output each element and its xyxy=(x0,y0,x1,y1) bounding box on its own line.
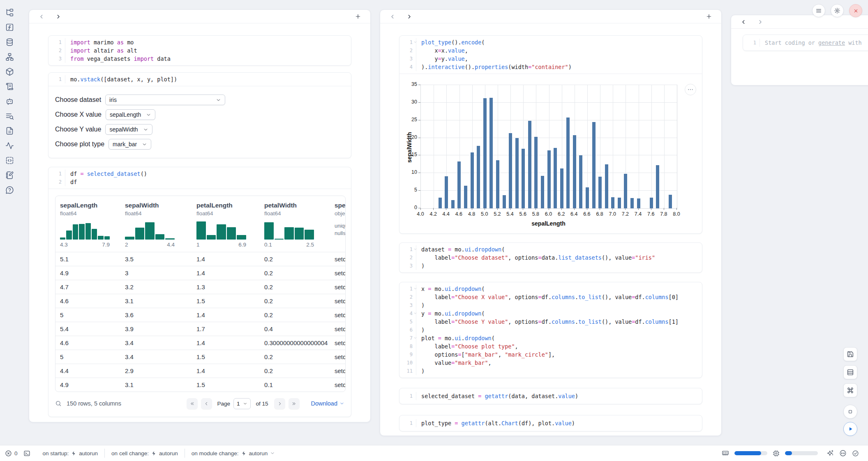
table-cell: 3.5 xyxy=(125,256,196,263)
segment-label: on startup: xyxy=(43,450,69,456)
column-header-petalLength[interactable]: petalLength float6416.9 xyxy=(196,202,264,248)
dropdown-choose-dataset[interactable]: iris xyxy=(105,95,225,105)
sidebar-item-tracing[interactable] xyxy=(0,138,19,153)
sidebar-item-packages[interactable] xyxy=(0,64,19,79)
table-cell: 1.5 xyxy=(196,297,264,304)
run-config-segment-1[interactable]: on startup: autorun xyxy=(36,449,105,458)
fold-chevron-icon[interactable] xyxy=(413,336,417,340)
panel-forward-button[interactable] xyxy=(404,12,414,21)
y-tick-label: 35 xyxy=(406,81,417,87)
column-header-sepalLength[interactable]: sepalLength float644.37.9 xyxy=(60,202,125,248)
sidebar-item-scratchpad[interactable] xyxy=(0,108,19,123)
page-select[interactable]: 1 xyxy=(233,398,251,409)
hist-bar xyxy=(165,238,175,240)
sidebar-item-documentation[interactable] xyxy=(0,123,19,138)
panel-back-button[interactable] xyxy=(37,12,46,21)
code-editor[interactable]: 1import marimo as mo2import altair as al… xyxy=(48,36,351,65)
error-indicator[interactable]: 0 xyxy=(5,450,18,457)
table-row: 4.73.21.30.2setosa xyxy=(55,280,346,294)
run-config-segments: on startup: autorunon cell change: autor… xyxy=(36,449,282,458)
panel-forward-button[interactable] xyxy=(755,17,765,27)
page-count-label: of 15 xyxy=(256,401,268,407)
hist-bar xyxy=(264,222,274,240)
control-row: Choose X value sepalLength xyxy=(55,107,351,122)
fold-chevron-icon[interactable] xyxy=(413,287,417,290)
fold-chevron-icon[interactable] xyxy=(413,40,417,44)
table-search-button[interactable] xyxy=(55,400,62,407)
code-editor[interactable]: 1x = mo.ui.dropdown(2 label="Choose X va… xyxy=(399,282,702,378)
sidebar-item-variables[interactable] xyxy=(0,20,19,35)
sidebar-item-file-explorer[interactable] xyxy=(0,5,19,20)
sidebar-item-logs[interactable] xyxy=(0,79,19,94)
altair-bar-chart: 4.04.24.44.64.85.05.25.45.65.86.06.26.46… xyxy=(399,74,702,233)
column-header-species[interactable]: species objectunique:nulls: xyxy=(335,202,346,248)
first-page-button[interactable] xyxy=(187,398,198,409)
chevron-down-icon xyxy=(270,451,275,456)
run-config-segment-3[interactable]: on module change: autorun xyxy=(185,449,282,458)
code-line: 3 y=y.value, xyxy=(399,55,702,63)
chevron-right-icon xyxy=(406,14,412,20)
last-page-button[interactable] xyxy=(289,398,300,409)
y-tick-label: 25 xyxy=(406,117,417,122)
prev-page-button[interactable] xyxy=(201,398,212,409)
connection-status-button[interactable] xyxy=(852,450,859,457)
sidebar-item-dependencies[interactable] xyxy=(0,49,19,64)
dropdown-choose-y-value[interactable]: sepalWidth xyxy=(105,124,152,135)
x-tick-label: 7.8 xyxy=(658,211,669,217)
add-cell-button[interactable] xyxy=(353,12,363,21)
function-square-icon xyxy=(5,23,14,32)
panel-layout-button[interactable] xyxy=(843,365,857,379)
code-editor[interactable]: 1dataset = mo.ui.dropdown(2 label="Choos… xyxy=(399,243,702,272)
sidebar-item-notebook[interactable] xyxy=(0,168,19,182)
code-editor[interactable]: 1plot_type().encode(2 x=x.value,3 y=y.va… xyxy=(399,36,702,74)
square-icon xyxy=(847,408,854,415)
table-cell: 5.1 xyxy=(60,256,125,263)
ai-assist-button[interactable] xyxy=(826,449,834,457)
sidebar-item-snippets[interactable] xyxy=(0,153,19,168)
save-button[interactable] xyxy=(843,347,857,361)
segment-value: autorun xyxy=(159,450,178,456)
panel-back-button[interactable] xyxy=(388,12,397,21)
app-view-button[interactable] xyxy=(843,405,857,419)
menu-button[interactable] xyxy=(812,4,825,17)
code-editor[interactable]: 1plot_type = getattr(alt.Chart(df), plot… xyxy=(399,415,702,431)
next-page-button[interactable] xyxy=(274,398,285,409)
code-editor[interactable]: 1mo.vstack([dataset, x, y, plot]) xyxy=(48,73,351,86)
sidebar-item-help[interactable] xyxy=(0,182,19,197)
sidebar-item-datasources[interactable] xyxy=(0,35,19,49)
close-panel-button[interactable] xyxy=(849,4,862,17)
bar xyxy=(515,138,519,208)
generate-link[interactable]: generate xyxy=(818,39,845,46)
column-header-petalWidth[interactable]: petalWidth float640.12.5 xyxy=(264,202,335,248)
add-cell-button[interactable] xyxy=(704,12,714,21)
chevron-down-icon xyxy=(146,112,151,118)
column-header-sepalWidth[interactable]: sepalWidth float6424.4 xyxy=(125,202,196,248)
settings-button[interactable] xyxy=(831,4,844,17)
terminal-button[interactable] xyxy=(23,450,30,457)
control-row: Choose dataset iris xyxy=(55,92,351,107)
bar xyxy=(650,198,653,208)
code-placeholder[interactable]: Start coding or generate with xyxy=(760,39,868,47)
dropdown-choose-plot-type[interactable]: mark_bar xyxy=(108,139,151,150)
run-config-segment-2[interactable]: on cell change: autorun xyxy=(104,449,185,458)
dropdown-choose-x-value[interactable]: sepalLength xyxy=(106,109,155,120)
code-line: 2import altair as alt xyxy=(48,46,351,55)
hist-bar xyxy=(196,221,206,240)
code-editor[interactable]: 1df = selected_dataset()2df xyxy=(48,167,351,189)
code-editor[interactable]: 1selected_dataset = getattr(data, datase… xyxy=(399,388,702,404)
hist-bar xyxy=(217,224,226,240)
keyboard-shortcuts-button[interactable] xyxy=(843,383,857,397)
panel-forward-button[interactable] xyxy=(53,12,63,21)
fold-chevron-icon[interactable] xyxy=(413,247,417,251)
sidebar-item-ai-chat[interactable] xyxy=(0,94,19,108)
panel-back-button[interactable] xyxy=(739,17,748,27)
copilot-button[interactable] xyxy=(839,449,847,457)
download-button[interactable]: Download xyxy=(311,400,345,407)
chart-menu-button[interactable] xyxy=(685,84,696,95)
fold-chevron-icon[interactable] xyxy=(413,311,417,315)
run-button[interactable] xyxy=(843,422,857,436)
chevron-down-icon xyxy=(142,142,147,147)
code-editor[interactable]: 1 Start coding or generate with xyxy=(743,35,868,51)
code-line: 5 label="Choose Y value", options=df.col… xyxy=(399,318,702,326)
table-cell: 1.4 xyxy=(196,367,264,374)
